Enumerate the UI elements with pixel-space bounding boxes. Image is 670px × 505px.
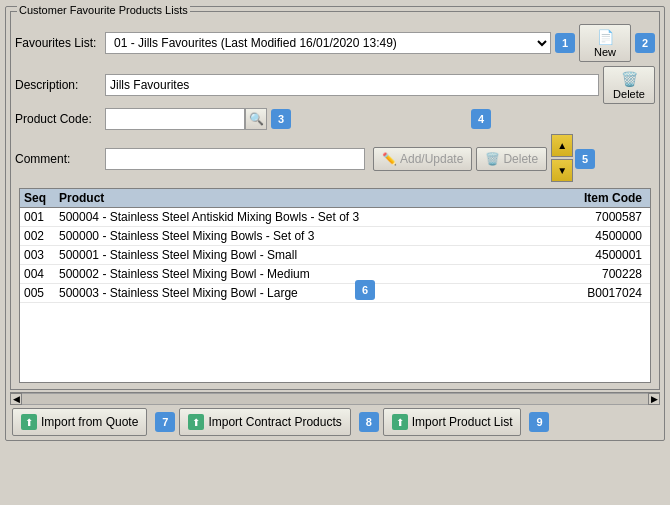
horizontal-scrollbar[interactable]: ◀ ▶ — [10, 392, 660, 404]
cell-product: 500003 - Stainless Steel Mixing Bowl - L… — [59, 286, 556, 300]
new-label: New — [594, 46, 616, 58]
import-contract-icon: ⬆ — [188, 414, 204, 430]
col-product-header: Product — [59, 191, 556, 205]
badge-6: 6 — [355, 280, 375, 300]
cell-itemcode: B0017024 — [556, 286, 646, 300]
cell-itemcode: 700228 — [556, 267, 646, 281]
badge-5: 5 — [575, 149, 595, 169]
move-down-button[interactable]: ▼ — [551, 159, 573, 182]
delete-row-button[interactable]: 🗑️ Delete — [476, 147, 547, 171]
description-label: Description: — [15, 78, 105, 92]
badge-7: 7 — [155, 412, 175, 432]
cell-itemcode: 4500000 — [556, 229, 646, 243]
col-seq-header: Seq — [24, 191, 59, 205]
favourites-dropdown[interactable]: 01 - Jills Favourites (Last Modified 16/… — [105, 32, 551, 54]
badge-8: 8 — [359, 412, 379, 432]
cell-seq: 003 — [24, 248, 59, 262]
cell-seq: 004 — [24, 267, 59, 281]
table-row[interactable]: 002 500000 - Stainless Steel Mixing Bowl… — [20, 227, 650, 246]
new-icon: 📄 — [597, 29, 614, 45]
add-update-icon: ✏️ — [382, 152, 397, 166]
table-header: Seq Product Item Code — [20, 189, 650, 208]
comment-label: Comment: — [15, 152, 105, 166]
badge-1: 1 — [555, 33, 575, 53]
table-row[interactable]: 001 500004 - Stainless Steel Antiskid Mi… — [20, 208, 650, 227]
table-body: 001 500004 - Stainless Steel Antiskid Mi… — [20, 208, 650, 303]
scroll-left-button[interactable]: ◀ — [10, 393, 22, 405]
cell-itemcode: 4500001 — [556, 248, 646, 262]
table-row[interactable]: 003 500001 - Stainless Steel Mixing Bowl… — [20, 246, 650, 265]
cell-seq: 002 — [24, 229, 59, 243]
badge-9: 9 — [529, 412, 549, 432]
delete-top-label: Delete — [613, 88, 645, 100]
scroll-right-button[interactable]: ▶ — [648, 393, 660, 405]
bottom-toolbar: ⬆ Import from Quote 7 ⬆ Import Contract … — [6, 404, 664, 440]
product-code-label: Product Code: — [15, 112, 105, 126]
delete-top-button[interactable]: 🗑️ Delete — [603, 66, 655, 104]
cell-product: 500000 - Stainless Steel Mixing Bowls - … — [59, 229, 556, 243]
badge-3: 3 — [271, 109, 291, 129]
favourites-label: Favourites List: — [15, 36, 105, 50]
cell-product: 500002 - Stainless Steel Mixing Bowl - M… — [59, 267, 556, 281]
badge-2: 2 — [635, 33, 655, 53]
import-contract-button[interactable]: ⬆ Import Contract Products — [179, 408, 350, 436]
cell-seq: 005 — [24, 286, 59, 300]
import-product-list-icon: ⬆ — [392, 414, 408, 430]
col-itemcode-header: Item Code — [556, 191, 646, 205]
scroll-track[interactable] — [22, 393, 648, 405]
table-row[interactable]: 005 500003 - Stainless Steel Mixing Bowl… — [20, 284, 650, 303]
table-row[interactable]: 004 500002 - Stainless Steel Mixing Bowl… — [20, 265, 650, 284]
cell-seq: 001 — [24, 210, 59, 224]
products-table: Seq Product Item Code 001 500004 - Stain… — [19, 188, 651, 383]
cell-product: 500001 - Stainless Steel Mixing Bowl - S… — [59, 248, 556, 262]
description-input[interactable] — [105, 74, 599, 96]
add-update-button[interactable]: ✏️ Add/Update — [373, 147, 472, 171]
cell-product: 500004 - Stainless Steel Antiskid Mixing… — [59, 210, 556, 224]
import-quote-label: Import from Quote — [41, 415, 138, 429]
delete-row-label: Delete — [503, 152, 538, 166]
import-contract-label: Import Contract Products — [208, 415, 341, 429]
import-quote-icon: ⬆ — [21, 414, 37, 430]
move-up-button[interactable]: ▲ — [551, 134, 573, 157]
add-update-label: Add/Update — [400, 152, 463, 166]
group-title: Customer Favourite Products Lists — [17, 4, 190, 16]
import-product-list-label: Import Product List — [412, 415, 513, 429]
badge-4: 4 — [471, 109, 491, 129]
new-button[interactable]: 📄 New — [579, 24, 631, 62]
import-quote-button[interactable]: ⬆ Import from Quote — [12, 408, 147, 436]
product-search-button[interactable]: 🔍 — [245, 108, 267, 130]
comment-input[interactable] — [105, 148, 365, 170]
product-code-input[interactable] — [105, 108, 245, 130]
import-product-list-button[interactable]: ⬆ Import Product List — [383, 408, 522, 436]
cell-itemcode: 7000587 — [556, 210, 646, 224]
up-down-controls: ▲ ▼ — [551, 134, 573, 184]
delete-top-icon: 🗑️ — [621, 71, 638, 87]
delete-row-icon: 🗑️ — [485, 152, 500, 166]
